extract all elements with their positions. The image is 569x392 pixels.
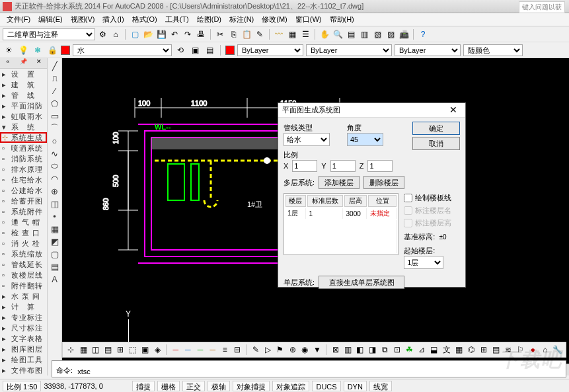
tt-13-icon[interactable]: ≡ <box>219 344 231 356</box>
ws-home-icon[interactable]: ⌂ <box>110 28 122 40</box>
sidebar-item-floor[interactable]: ▫改楼层线 <box>0 270 47 280</box>
plot-style-combo[interactable]: 随颜色 <box>463 44 523 56</box>
status-polar[interactable]: 极轴 <box>208 381 230 391</box>
start-floor-select[interactable]: 1层 <box>404 256 443 269</box>
draw-floorline-checkbox[interactable] <box>404 194 412 202</box>
spline-icon[interactable]: ∿ <box>49 147 61 159</box>
tt-19-icon[interactable]: ◉ <box>299 344 311 356</box>
prop-color-swatch[interactable] <box>225 46 235 55</box>
tt-27-icon[interactable]: ☘ <box>404 344 415 356</box>
ok-button[interactable]: 确定 <box>412 122 460 135</box>
sidebar-item-pubwater[interactable]: ▫公建给水 <box>0 185 47 196</box>
layer-prev-icon[interactable]: ⟲ <box>174 44 186 56</box>
calc-icon[interactable]: 📠 <box>398 28 410 40</box>
sidebar-item-settings[interactable]: ▸设 置 <box>0 69 47 79</box>
tt-6-icon[interactable]: ⬚ <box>127 344 138 356</box>
status-grid[interactable]: 栅格 <box>157 381 180 391</box>
tt-31-icon[interactable]: ▦ <box>453 344 465 356</box>
sidebar-item-system[interactable]: ▾系 统 <box>0 122 47 132</box>
tt-11-icon[interactable]: ─ <box>195 344 206 356</box>
help-icon[interactable]: ? <box>417 28 429 40</box>
sidebar-item-reswater[interactable]: ▫住宅给水 <box>0 175 47 185</box>
sidebar-item-drawtool[interactable]: ▸绘图工具 <box>0 354 47 365</box>
sidebar-item-attach[interactable]: ▫系统附件 <box>0 206 47 217</box>
tt-9-icon[interactable]: ─ <box>170 344 181 356</box>
sidebar-item-storage[interactable]: ▫给蓄开图 <box>0 196 47 206</box>
mtext-icon[interactable]: A <box>49 273 61 285</box>
region-icon[interactable]: ▢ <box>49 248 61 260</box>
copy-icon[interactable]: ⎘ <box>227 28 239 40</box>
xline-icon[interactable]: ∕ <box>49 85 61 97</box>
cut-icon[interactable]: ✂ <box>214 28 226 40</box>
sidebar-item-vent[interactable]: ▫通 气 帽 <box>0 217 47 227</box>
table-icon[interactable]: ▤ <box>49 260 61 272</box>
sidebar-item-sysgen[interactable]: ⊹系统生成 <box>0 132 47 143</box>
tt-2-icon[interactable]: ▦ <box>78 344 89 356</box>
tt-24-icon[interactable]: ◨ <box>367 344 378 356</box>
sidebar-item-scale[interactable]: ▫系统缩放 <box>0 249 47 259</box>
sidebar-item-firesys[interactable]: ▫消防系统 <box>0 153 47 164</box>
sidebar-item-drain[interactable]: ▫排水原理 <box>0 164 47 175</box>
command-line[interactable]: 命令: xtsc <box>52 360 566 377</box>
sidebar-item-text[interactable]: ▸文字表格 <box>0 333 47 344</box>
arc-icon[interactable]: ⌒ <box>49 122 61 134</box>
tt-14-icon[interactable]: ⊟ <box>232 344 243 356</box>
bylayer-color-combo[interactable]: ByLayer <box>237 44 303 56</box>
tt-7-icon[interactable]: ▣ <box>139 344 151 356</box>
layer-combo[interactable]: 水 <box>73 44 172 56</box>
ratio-y-input[interactable] <box>330 160 356 172</box>
tt-21-icon[interactable]: ⊠ <box>330 344 341 356</box>
sidebar-item-lib[interactable]: ▸图库图层 <box>0 344 47 354</box>
new-icon[interactable]: ▢ <box>129 28 141 40</box>
redo-icon[interactable]: ↷ <box>182 28 194 40</box>
tt-26-icon[interactable]: ⊡ <box>392 344 403 356</box>
sidebar-item-pump[interactable]: ▸水 泵 间 <box>0 291 47 301</box>
tt-18-icon[interactable]: ⊕ <box>287 344 298 356</box>
tt-28-icon[interactable]: ⊿ <box>416 344 428 356</box>
sidebar-item-planfire[interactable]: ▸平面消防 <box>0 100 47 111</box>
tt-30-icon[interactable]: 文 <box>441 344 452 356</box>
layer-color-swatch[interactable] <box>61 46 70 55</box>
table-row[interactable]: 1层1 3000未指定 <box>285 208 397 219</box>
sidebar-item-inspect[interactable]: ▫检 查 口 <box>0 227 47 238</box>
insert-icon[interactable]: ⊕ <box>49 185 61 197</box>
sidebar-pin-icon[interactable]: 📌 <box>16 58 32 68</box>
status-dyn[interactable]: DYN <box>344 381 367 391</box>
makeblock-icon[interactable]: ◫ <box>49 198 61 210</box>
menu-edit[interactable]: 编辑(E) <box>34 13 67 26</box>
layer-tool1-icon[interactable]: ▣ <box>189 44 201 56</box>
dcenter-icon[interactable]: ▤ <box>345 28 357 40</box>
tt-33-icon[interactable]: ⊞ <box>478 344 489 356</box>
status-lwt[interactable]: 线宽 <box>369 381 392 391</box>
help-hint[interactable]: 键入问题以获 <box>519 1 565 13</box>
cancel-button[interactable]: 取消 <box>412 137 460 150</box>
menu-help[interactable]: 帮助(H) <box>326 13 358 26</box>
ellipse-icon[interactable]: ⬭ <box>49 160 61 172</box>
sidebar-item-profdim[interactable]: ▸专业标注 <box>0 312 47 323</box>
floor-table[interactable]: 楼层标准层数 层高位置 1层1 3000未指定 <box>284 193 398 255</box>
status-ortho[interactable]: 正交 <box>182 381 205 391</box>
status-scale[interactable]: 比例 1:50 <box>3 381 41 391</box>
pan-icon[interactable]: ✋ <box>319 28 330 40</box>
tt-25-icon[interactable]: ⧉ <box>379 344 391 356</box>
tt-23-icon[interactable]: ◧ <box>355 344 366 356</box>
bylayer-line-combo[interactable]: ByLayer <box>306 44 392 56</box>
tt-22-icon[interactable]: ▥ <box>342 344 354 356</box>
sidebar-item-calc[interactable]: ▸计 算 <box>0 301 47 312</box>
menu-dim[interactable]: 标注(N) <box>225 13 258 26</box>
tt-16-icon[interactable]: ▷ <box>262 344 274 356</box>
ws-gear-icon[interactable]: ⚙ <box>96 28 108 40</box>
menu-view[interactable]: 视图(V) <box>67 13 99 26</box>
sidebar-item-siphon[interactable]: ▸虹吸雨水 <box>0 111 47 122</box>
paste-icon[interactable]: 📋 <box>241 28 252 40</box>
ratio-x-input[interactable] <box>292 160 317 172</box>
tt-32-icon[interactable]: ⌬ <box>466 344 477 356</box>
polygon-icon[interactable]: ⬠ <box>49 97 61 109</box>
dialog-titlebar[interactable]: 平面图生成系统图 ✕ <box>278 103 465 118</box>
circle-icon[interactable]: ○ <box>49 135 61 147</box>
dist-icon[interactable]: 〰 <box>273 28 285 40</box>
tt-15-icon[interactable]: ✎ <box>250 344 261 356</box>
status-ducs[interactable]: DUCS <box>312 381 340 391</box>
sidebar-collapse-icon[interactable]: « <box>0 58 16 68</box>
status-otrack[interactable]: 对象追踪 <box>272 381 309 391</box>
